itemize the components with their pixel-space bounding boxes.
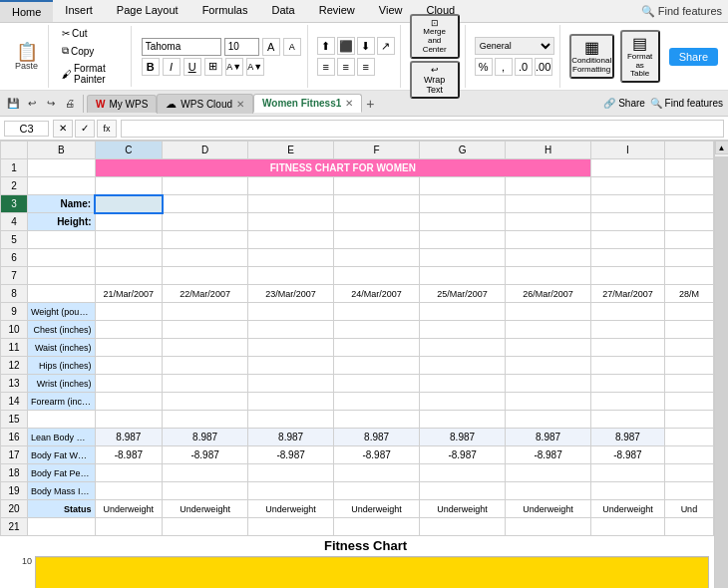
cell-i4[interactable] bbox=[591, 213, 665, 231]
date-header-7[interactable]: 27/Mar/2007 bbox=[591, 285, 665, 303]
date-header-5[interactable]: 25/Mar/2007 bbox=[420, 285, 506, 303]
qt-redo-button[interactable]: ↪ bbox=[42, 95, 60, 113]
align-left-button[interactable]: ≡ bbox=[317, 58, 335, 76]
tab-view[interactable]: View bbox=[367, 0, 415, 22]
qt-undo-button[interactable]: ↩ bbox=[23, 95, 41, 113]
italic-button[interactable]: I bbox=[163, 58, 181, 76]
wrist-label[interactable]: Wrist (inches) bbox=[28, 375, 96, 393]
cell-f2[interactable] bbox=[334, 177, 420, 195]
wrap-text-button[interactable]: ↩ Wrap Text bbox=[410, 61, 460, 99]
cell-b2[interactable] bbox=[28, 177, 96, 195]
cell-i1[interactable] bbox=[591, 159, 665, 177]
cell-reference-input[interactable] bbox=[4, 121, 49, 137]
decrease-decimal-button[interactable]: .00 bbox=[535, 58, 552, 76]
cut-button[interactable]: ✂ Cut bbox=[58, 26, 92, 41]
font-size-input[interactable] bbox=[224, 38, 259, 56]
cell-f4[interactable] bbox=[334, 213, 420, 231]
body-fat-pct-label[interactable]: Body Fat Percentage bbox=[28, 464, 96, 482]
status-val-1[interactable]: Underweight bbox=[95, 500, 163, 518]
cell-c2[interactable] bbox=[95, 177, 163, 195]
paste-button[interactable]: 📋 Paste bbox=[11, 41, 42, 73]
tab-insert[interactable]: Insert bbox=[53, 0, 105, 22]
align-middle-button[interactable]: ⬛ bbox=[337, 37, 355, 55]
cell-b1[interactable] bbox=[28, 159, 96, 177]
cell-e3[interactable] bbox=[248, 195, 334, 213]
formula-input[interactable] bbox=[121, 120, 724, 138]
weight-label[interactable]: Weight (pounds) bbox=[28, 303, 96, 321]
cell-c3[interactable] bbox=[95, 195, 163, 213]
col-c[interactable]: C bbox=[95, 142, 163, 159]
tab-women-fitness[interactable]: Women Fitness1 ✕ bbox=[253, 94, 362, 113]
align-center-button[interactable]: ≡ bbox=[337, 58, 355, 76]
cell-d3[interactable] bbox=[163, 195, 248, 213]
lean-body-weight-label[interactable]: Lean Body Weight bbox=[28, 429, 96, 446]
cell-i2[interactable] bbox=[591, 177, 665, 195]
tab-review[interactable]: Review bbox=[307, 0, 367, 22]
find-features-button[interactable]: 🔍 Find features bbox=[641, 5, 722, 18]
col-d[interactable]: D bbox=[163, 142, 248, 159]
hips-label[interactable]: Hips (inches) bbox=[28, 357, 96, 375]
waist-label[interactable]: Waist (inches) bbox=[28, 339, 96, 357]
format-painter-button[interactable]: 🖌 Format Painter bbox=[58, 61, 126, 87]
date-header-2[interactable]: 22/Mar/2007 bbox=[163, 285, 248, 303]
date-header-1[interactable]: 21/Mar/2007 bbox=[95, 285, 163, 303]
copy-button[interactable]: ⧉ Copy bbox=[58, 43, 98, 59]
comma-button[interactable]: , bbox=[495, 58, 513, 76]
text-angle-button[interactable]: ↗ bbox=[377, 37, 395, 55]
qt-print-button[interactable]: 🖨 bbox=[61, 95, 79, 113]
bmi-label[interactable]: Body Mass Index bbox=[28, 482, 96, 500]
vertical-scrollbar[interactable]: ▲ ▼ bbox=[714, 141, 728, 588]
date-header-6[interactable]: 26/Mar/2007 bbox=[506, 285, 591, 303]
cell-b4-height[interactable]: Height: bbox=[28, 213, 96, 231]
cancel-formula-button[interactable]: ✕ bbox=[53, 120, 73, 138]
bold-button[interactable]: B bbox=[142, 58, 160, 76]
font-color-button[interactable]: A▼ bbox=[246, 58, 264, 76]
align-right-button[interactable]: ≡ bbox=[357, 58, 375, 76]
confirm-formula-button[interactable]: ✓ bbox=[75, 120, 95, 138]
cell-b3-name[interactable]: Name: bbox=[28, 195, 96, 213]
cell-i3[interactable] bbox=[591, 195, 665, 213]
cell-h4[interactable] bbox=[506, 213, 591, 231]
date-header-8[interactable]: 28/M bbox=[664, 285, 713, 303]
insert-function-button[interactable]: fx bbox=[97, 120, 117, 138]
cell-g2[interactable] bbox=[420, 177, 506, 195]
align-top-button[interactable]: ⬆ bbox=[317, 37, 335, 55]
cell-h3[interactable] bbox=[506, 195, 591, 213]
increase-decimal-button[interactable]: .0 bbox=[515, 58, 533, 76]
conditional-formatting-button[interactable]: ▦ Conditional Formatting bbox=[569, 34, 614, 79]
wps-cloud-close[interactable]: ✕ bbox=[236, 99, 244, 110]
body-fat-weight-label[interactable]: Body Fat Weight bbox=[28, 446, 96, 464]
new-tab-button[interactable]: + bbox=[362, 96, 378, 112]
fill-color-button[interactable]: A▼ bbox=[225, 58, 243, 76]
tab-formulas[interactable]: Formulas bbox=[190, 0, 260, 22]
cell-d2[interactable] bbox=[163, 177, 248, 195]
col-h[interactable]: H bbox=[506, 142, 591, 159]
cell-d4[interactable] bbox=[163, 213, 248, 231]
share-icon-button[interactable]: 🔗 Share bbox=[603, 98, 644, 109]
scroll-thumb[interactable] bbox=[715, 156, 728, 588]
font-name-input[interactable] bbox=[142, 38, 221, 56]
qt-save-button[interactable]: 💾 bbox=[4, 95, 22, 113]
bfw-val-1[interactable]: -8.987 bbox=[95, 446, 163, 464]
format-as-table-button[interactable]: ▤ Format as Table bbox=[620, 30, 660, 83]
percent-button[interactable]: % bbox=[475, 58, 493, 76]
tab-page-layout[interactable]: Page Layout bbox=[105, 0, 190, 22]
number-format-select[interactable]: General bbox=[475, 37, 554, 55]
align-bottom-button[interactable]: ⬇ bbox=[357, 37, 375, 55]
status-label[interactable]: Status bbox=[28, 500, 96, 518]
tab-data[interactable]: Data bbox=[259, 0, 306, 22]
col-b[interactable]: B bbox=[28, 142, 96, 159]
cell-h2[interactable] bbox=[506, 177, 591, 195]
cell-g4[interactable] bbox=[420, 213, 506, 231]
col-g[interactable]: G bbox=[420, 142, 506, 159]
chest-label[interactable]: Chest (inches) bbox=[28, 321, 96, 339]
scroll-up-button[interactable]: ▲ bbox=[715, 141, 729, 154]
tab-my-wps[interactable]: W My WPS bbox=[87, 95, 157, 113]
col-f[interactable]: F bbox=[334, 142, 420, 159]
women-fitness-close[interactable]: ✕ bbox=[345, 98, 353, 109]
cell-e2[interactable] bbox=[248, 177, 334, 195]
date-header-4[interactable]: 24/Mar/2007 bbox=[334, 285, 420, 303]
col-i[interactable]: I bbox=[591, 142, 665, 159]
cell-c4[interactable] bbox=[95, 213, 163, 231]
cell-e4[interactable] bbox=[248, 213, 334, 231]
